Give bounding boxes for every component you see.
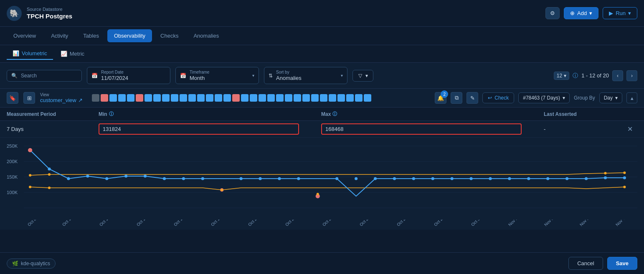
x-label: Nov 7, 2024 <box>615 220 634 227</box>
filter-btn[interactable]: ▽ ▾ <box>352 70 373 82</box>
timeline-dot-0[interactable] <box>92 94 99 102</box>
subtab-volumetric-label: Volumetric <box>22 50 47 56</box>
timeline-dot-3[interactable] <box>118 94 126 102</box>
header-min: Min ⓘ <box>99 111 321 117</box>
gear-icon: ⚙ <box>550 10 555 16</box>
timeline-dot-2[interactable] <box>109 94 117 102</box>
svg-point-23 <box>278 177 281 180</box>
settings-button[interactable]: ⚙ <box>545 7 560 19</box>
svg-point-13 <box>67 177 70 180</box>
topbar-right: ⚙ ⊕ Add ▾ ▶ Run ▾ <box>545 7 637 19</box>
timeline-dot-22[interactable] <box>285 94 292 102</box>
next-page-button[interactable]: › <box>626 70 637 81</box>
min-info-icon[interactable]: ⓘ <box>109 111 114 117</box>
save-button[interactable]: Save <box>607 257 637 270</box>
timeline-dot-7[interactable] <box>153 94 161 102</box>
timeline-dot-8[interactable] <box>162 94 170 102</box>
tab-observability[interactable]: Observability <box>107 29 152 42</box>
tab-activity[interactable]: Activity <box>44 29 75 42</box>
timeline-dot-13[interactable] <box>206 94 213 102</box>
filter-icon: ▽ <box>358 73 362 79</box>
report-date-select[interactable]: 📅 Report Date 11/07/2024 <box>87 67 170 84</box>
topbar-name: TPCH Postgres <box>27 12 72 20</box>
check-id-dropdown[interactable]: #78463 (7 Days) ▾ <box>518 92 570 103</box>
svg-text:250K: 250K <box>7 143 18 149</box>
page-size-select[interactable]: 12 ▾ <box>554 72 569 80</box>
timeline-dot-25[interactable] <box>311 94 319 102</box>
svg-point-49 <box>623 186 626 188</box>
timeline-dot-26[interactable] <box>320 94 327 102</box>
external-link-icon[interactable]: ↗ <box>78 97 83 103</box>
add-button[interactable]: ⊕ Add ▾ <box>564 7 598 19</box>
add-label: Add <box>577 10 587 16</box>
tab-overview[interactable]: Overview <box>7 29 43 42</box>
timeline-dot-1[interactable] <box>101 94 108 102</box>
report-date-label: Report Date <box>101 70 128 74</box>
tab-anomalies[interactable]: Anomalies <box>187 29 226 42</box>
table-row: 7 Days - ✕ <box>0 121 644 138</box>
pagination: 12 ▾ ⓘ 1 - 12 of 20 ‹ › <box>554 70 637 81</box>
svg-point-24 <box>297 177 300 180</box>
x-axis-labels: Oct 8, 2024 Oct 10, 2024 Oct 12, 2024 Oc… <box>7 220 637 228</box>
x-label: Oct 14, 2024 <box>136 220 156 227</box>
topbar-left: 🐘 Source Datastore TPCH Postgres <box>7 6 72 21</box>
max-info-icon[interactable]: ⓘ <box>332 111 337 117</box>
timeline-dot-31[interactable] <box>364 94 371 102</box>
timeline-dot-16[interactable] <box>232 94 240 102</box>
timeframe-select[interactable]: 📅 Timeframe Month ▾ <box>175 67 259 84</box>
chevron-down-icon: ▾ <box>252 73 254 78</box>
timeline-dot-21[interactable] <box>276 94 284 102</box>
timeline-dot-30[interactable] <box>355 94 363 102</box>
min-input[interactable] <box>99 123 299 135</box>
chevron-down-icon4: ▾ <box>563 95 565 101</box>
svg-point-28 <box>393 177 396 180</box>
sort-by-select[interactable]: ⇅ Sort by Anomalies ▾ <box>264 67 347 84</box>
group-by-select[interactable]: Day ▾ <box>599 92 622 103</box>
timeline-dot-23[interactable] <box>294 94 301 102</box>
timeline-dot-10[interactable] <box>180 94 187 102</box>
grid-view-button[interactable]: ⊞ <box>23 92 35 104</box>
timeline-dot-5[interactable] <box>136 94 143 102</box>
x-label: Oct 20, 2024 <box>247 220 267 227</box>
bar-chart-icon: 📊 <box>13 50 19 56</box>
search-icon: 🔍 <box>11 73 18 79</box>
svg-point-42 <box>48 173 51 176</box>
svg-point-37 <box>565 177 568 180</box>
prev-page-button[interactable]: ‹ <box>612 70 623 81</box>
timeline-dot-28[interactable] <box>337 94 345 102</box>
collapse-button[interactable]: ▴ <box>626 92 637 103</box>
search-input[interactable]: 🔍 Search <box>7 70 82 82</box>
tab-checks[interactable]: Checks <box>154 29 185 42</box>
subtab-volumetric[interactable]: 📊 Volumetric <box>7 48 53 60</box>
edit-button[interactable]: ✎ <box>467 92 478 104</box>
copy-button[interactable]: ⧉ <box>451 92 462 104</box>
timeline-dot-20[interactable] <box>267 94 275 102</box>
subtab-metric[interactable]: 📈 Metric <box>55 48 90 59</box>
timeline-dot-19[interactable] <box>259 94 266 102</box>
timeline-dot-15[interactable] <box>223 94 231 102</box>
close-row-button[interactable]: ✕ <box>627 125 637 133</box>
tab-tables[interactable]: Tables <box>76 29 106 42</box>
sort-by-value: Anomalies <box>276 75 302 81</box>
timeline-dot-27[interactable] <box>329 94 336 102</box>
timeline-dot-4[interactable] <box>127 94 134 102</box>
leaf-icon: 🌿 <box>12 261 18 266</box>
timeline-dot-24[interactable] <box>302 94 310 102</box>
timeline-dot-6[interactable] <box>145 94 152 102</box>
bookmark-button[interactable]: 🔖 <box>7 92 18 104</box>
max-input[interactable] <box>321 123 522 135</box>
play-icon: ▶ <box>609 10 613 16</box>
cancel-button[interactable]: Cancel <box>568 257 603 270</box>
timeline-dot-29[interactable] <box>346 94 354 102</box>
check-button[interactable]: ↩ Check <box>482 92 514 103</box>
timeline-dot-12[interactable] <box>197 94 205 102</box>
run-button[interactable]: ▶ Run ▾ <box>603 7 637 19</box>
svg-point-17 <box>144 175 147 178</box>
report-date-value: 11/07/2024 <box>101 75 128 81</box>
timeline-dot-14[interactable] <box>215 94 222 102</box>
svg-point-19 <box>182 177 185 180</box>
timeline-dot-17[interactable] <box>241 94 248 102</box>
timeline-dot-9[interactable] <box>171 94 178 102</box>
timeline-dot-11[interactable] <box>188 94 196 102</box>
timeline-dot-18[interactable] <box>250 94 257 102</box>
